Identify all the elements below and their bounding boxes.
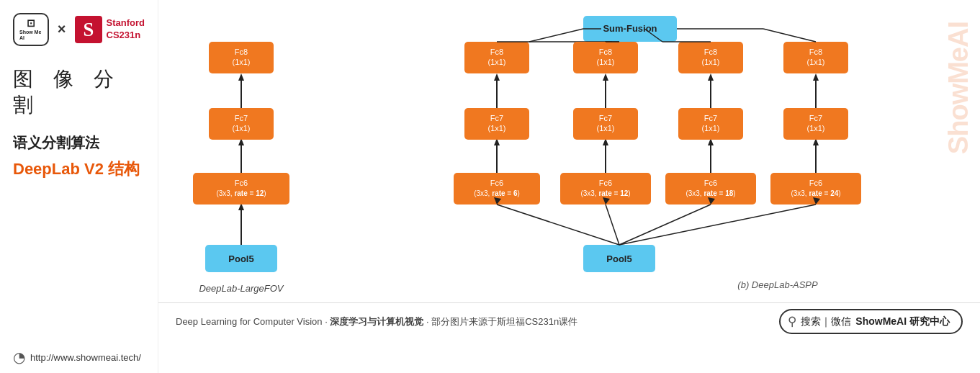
r1-ah2 — [494, 73, 500, 81]
globe-icon: ◔ — [13, 349, 25, 366]
r2-fc6-label2: (3x3, rate = 12) — [580, 189, 630, 197]
search-icon: ⚲ — [788, 314, 796, 329]
showmeai-text: Show Me AI — [19, 30, 42, 42]
diagram-container: Pool5 Fc6 (3x3, rate = 12) Fc7 (1x1) Fc8… — [158, 0, 980, 302]
search-label: 搜索｜微信 — [801, 315, 851, 328]
main-area: ShowMeAI Pool5 Fc6 (3x3, rate = 12) Fc7 … — [158, 0, 980, 373]
r4-fc7-l2: (1x1) — [806, 124, 824, 132]
times-sign: × — [58, 21, 66, 37]
left-fc8-label2: (1x1) — [232, 58, 250, 66]
r1-fc8-l2: (1x1) — [487, 58, 505, 66]
subtitle-semantic: 语义分割算法 — [13, 132, 99, 153]
r3-ah2 — [708, 73, 714, 81]
left-diagram-label: DeepLab-LargeFOV — [199, 283, 284, 294]
svg-text:S: S — [83, 19, 94, 40]
arrowhead-left-fc7-fc8 — [238, 73, 244, 81]
stanford-text: Stanford CS231n — [107, 17, 145, 42]
r1-fc8-l1: Fc8 — [490, 48, 503, 56]
r4-to-sf — [763, 29, 816, 42]
r2-fc8-l1: Fc8 — [599, 48, 612, 56]
brand-label: ShowMeAI 研究中心 — [855, 315, 950, 328]
r3-fc8-l1: Fc8 — [704, 48, 717, 56]
left-panel: ⊡ Show Me AI × S Stanford CS231n 图 像 分 割… — [0, 0, 158, 373]
r4-pool5-line — [619, 205, 816, 245]
right-pool5-label: Pool5 — [606, 253, 631, 264]
r2-fc6-label1: Fc6 — [599, 179, 612, 187]
r4-fc8-l1: Fc8 — [809, 48, 822, 56]
r3-fc7-l1: Fc7 — [704, 114, 717, 122]
sf-line1 — [529, 29, 583, 42]
footer-text: Deep Learning for Computer Vision · 深度学习… — [176, 315, 577, 328]
subtitle-deeplab: DeepLab V2 结构 — [13, 158, 140, 181]
r4-fc7-l1: Fc7 — [809, 114, 822, 122]
left-fc8-label1: Fc8 — [235, 48, 248, 56]
diagram-svg: Pool5 Fc6 (3x3, rate = 12) Fc7 (1x1) Fc8… — [158, 0, 972, 302]
r1-fc7-l1: Fc7 — [490, 114, 503, 122]
r2-pool5-line — [606, 205, 619, 245]
r2-fc7-l2: (1x1) — [596, 124, 614, 132]
aspp-label: (b) DeepLab-ASPP — [737, 279, 818, 290]
left-fc6-label1: Fc6 — [235, 179, 248, 187]
left-fc6-label2: (3x3, rate = 12) — [216, 189, 266, 197]
stanford-s-icon: S — [75, 16, 102, 43]
r1-fc6-label2: (3x3, rate = 6) — [474, 189, 520, 197]
footer-bar: Deep Learning for Computer Vision · 深度学习… — [158, 302, 980, 340]
r2-ah2 — [603, 73, 608, 81]
monitor-icon: ⊡ — [27, 17, 35, 30]
r1-pool5-line — [497, 205, 619, 245]
r3-pool5-line — [619, 205, 711, 245]
left-fc6-box — [193, 173, 289, 205]
page-title: 图 像 分 割 — [13, 66, 145, 119]
r2-fc8-l2: (1x1) — [596, 58, 614, 66]
logo-area: ⊡ Show Me AI × S Stanford CS231n — [13, 13, 145, 46]
stanford-name: Stanford — [107, 17, 145, 30]
r4-fc6-label2: (3x3, rate = 24) — [791, 189, 840, 197]
left-fc7-label2: (1x1) — [232, 124, 250, 132]
r3-fc6-label1: Fc6 — [704, 179, 717, 187]
r3-fc7-l2: (1x1) — [701, 124, 719, 132]
r4-fc6-label1: Fc6 — [809, 179, 822, 187]
left-fc7-label1: Fc7 — [235, 114, 248, 122]
website-url: http://www.showmeai.tech/ — [30, 352, 141, 363]
r3-fc8-l2: (1x1) — [701, 58, 719, 66]
showmeai-logo: ⊡ Show Me AI — [13, 13, 49, 46]
left-pool5-label: Pool5 — [228, 253, 253, 264]
r2-fc7-l1: Fc7 — [599, 114, 612, 122]
r4-ah2 — [813, 73, 819, 81]
stanford-course: CS231n — [107, 30, 145, 42]
r1-fc7-l2: (1x1) — [487, 124, 505, 132]
r1-fc6-label1: Fc6 — [490, 179, 503, 187]
search-box[interactable]: ⚲ 搜索｜微信 ShowMeAI 研究中心 — [779, 309, 963, 334]
website-row: ◔ http://www.showmeai.tech/ — [13, 341, 141, 366]
r3-fc6-label2: (3x3, rate = 18) — [685, 189, 735, 197]
r4-fc8-l2: (1x1) — [806, 58, 824, 66]
